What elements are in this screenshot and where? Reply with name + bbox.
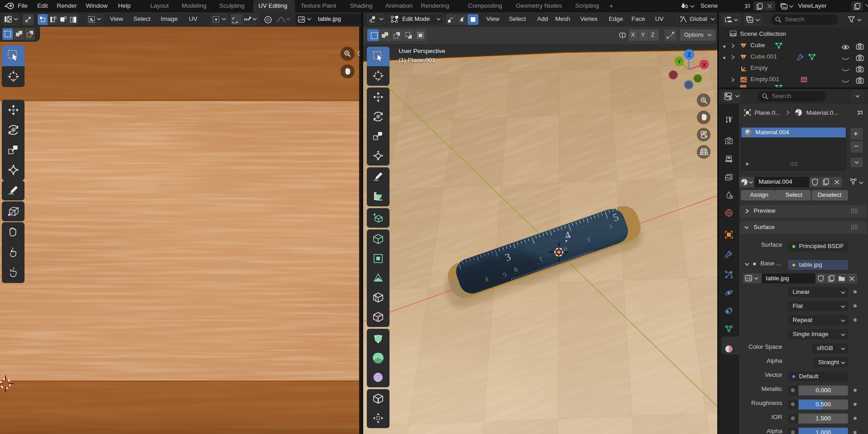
svg-text:X: X <box>702 62 706 68</box>
svg-text:Y: Y <box>677 59 681 64</box>
svg-text:Z: Z <box>687 52 691 58</box>
